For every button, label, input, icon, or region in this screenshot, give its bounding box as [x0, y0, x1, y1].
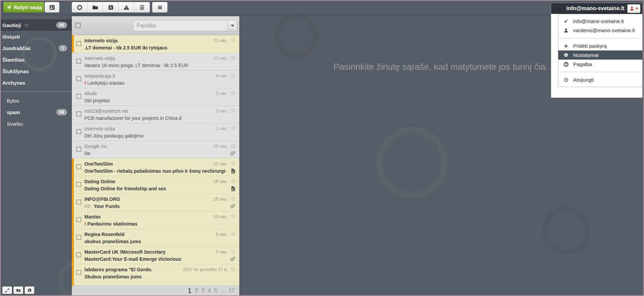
- refresh-button[interactable]: [72, 2, 87, 13]
- menu-item-add-account[interactable]: +Pridėti paskyrą: [558, 41, 642, 50]
- message-checkbox[interactable]: [76, 182, 81, 187]
- sidebar-item-inbox[interactable]: Gautieji☆40: [1, 19, 72, 31]
- message-checkbox[interactable]: [76, 129, 81, 134]
- message-row[interactable]: Google IncRe29 sau.☆: [72, 141, 239, 158]
- message-row[interactable]: seopaslauga lt! Lankytoju srautas6 vas.☆: [72, 70, 239, 88]
- message-subject: PCB manufacturer for your projects in Ch…: [84, 115, 226, 122]
- sidebar-item-spam[interactable]: spam68: [1, 106, 72, 118]
- message-checkbox[interactable]: [76, 270, 81, 275]
- star-icon[interactable]: ☆: [230, 37, 236, 43]
- message-date: 2017 m. gruodžio 27 d.: [183, 267, 228, 272]
- star-icon[interactable]: ☆: [230, 107, 236, 114]
- refresh-icon: [76, 4, 83, 11]
- message-date: 19 sau.: [213, 179, 228, 184]
- message-row[interactable]: Interneto vizija.LT domenai - tik 2.5 EU…: [72, 35, 239, 53]
- page-link[interactable]: 3: [201, 288, 204, 294]
- message-row[interactable]: Interneto vizijaDėl Jūsų paslaugų galioj…: [72, 123, 239, 141]
- contacts-button[interactable]: [45, 2, 59, 13]
- star-icon[interactable]: ☆: [230, 72, 236, 79]
- list-options-button[interactable]: [25, 287, 34, 294]
- folder-label: Svarbu: [7, 121, 23, 127]
- sidebar-item-junk[interactable]: Šlamštas: [1, 54, 72, 65]
- archive-button[interactable]: [103, 2, 119, 13]
- collapse-button[interactable]: [2, 287, 12, 294]
- sidebar-item-drafts[interactable]: Juodraščiai1: [1, 42, 72, 54]
- star-icon[interactable]: ☆: [230, 125, 236, 131]
- trash-button[interactable]: [134, 2, 150, 13]
- message-checkbox[interactable]: [76, 252, 81, 257]
- star-icon[interactable]: ☆: [230, 213, 236, 219]
- select-all-checkbox[interactable]: [75, 23, 81, 28]
- page-link[interactable]: 5: [214, 288, 217, 294]
- sidebar-item-sent[interactable]: Išsiųsti: [1, 31, 72, 42]
- message-row[interactable]: Regina Rosenfeldskubus pranešimas jums9 …: [72, 229, 239, 247]
- sidebar-item-archive[interactable]: Archyvas: [1, 77, 72, 88]
- star-icon[interactable]: ☆: [230, 230, 236, 237]
- menu-item-label: Pagalba: [573, 61, 592, 67]
- plus-icon: +: [563, 43, 569, 49]
- compose-button[interactable]: Rašyti naują: [3, 2, 44, 13]
- message-checkbox[interactable]: [76, 59, 81, 64]
- more-actions-button[interactable]: [152, 2, 167, 13]
- pagination: 12345...17: [72, 286, 239, 295]
- message-checkbox[interactable]: [76, 199, 81, 205]
- question-icon: ?: [563, 62, 569, 67]
- star-icon[interactable]: ☆: [230, 177, 236, 184]
- message-checkbox[interactable]: [76, 217, 81, 222]
- message-checkbox[interactable]: [76, 41, 81, 46]
- paperclip-icon: [230, 150, 236, 156]
- page-link[interactable]: 4: [208, 288, 211, 294]
- gear-icon: [563, 52, 569, 58]
- message-checkbox[interactable]: [76, 164, 81, 169]
- star-icon[interactable]: ☆: [230, 266, 236, 272]
- message-row[interactable]: labdaros programa "El Gordo.Skubus prane…: [72, 264, 239, 282]
- message-row[interactable]: Interneto vizijaVasario 16-osios proga .…: [72, 53, 239, 70]
- sidebar-item-svarbu[interactable]: Svarbu: [1, 118, 72, 129]
- message-row[interactable]: INFO@FBI.ORGRE: Your Funds15 sau.☆: [72, 194, 239, 211]
- message-checkbox[interactable]: [76, 94, 81, 99]
- folder-label: Juodraščiai: [2, 45, 31, 51]
- sidebar-item-bylos[interactable]: Bylos: [1, 95, 72, 106]
- document-icon: [230, 186, 236, 192]
- message-sender: Interneto vizija: [84, 37, 188, 44]
- unread-indicator: [72, 176, 74, 193]
- page-last[interactable]: 17: [228, 288, 235, 294]
- menu-item-account-info[interactable]: ✔info@mano-svetaine.lt: [558, 17, 642, 26]
- folder-button[interactable]: [87, 2, 103, 13]
- sidebar-item-trash[interactable]: Šiukšlynas: [1, 65, 72, 77]
- star-icon[interactable]: ☆: [230, 142, 236, 149]
- star-icon[interactable]: ☆: [230, 195, 236, 202]
- message-checkbox[interactable]: [76, 111, 81, 117]
- search-input[interactable]: [133, 20, 228, 31]
- star-icon[interactable]: ☆: [230, 160, 236, 167]
- menu-item-logout[interactable]: Atsijungti: [558, 75, 642, 84]
- compose-label: Rašyti naują: [14, 5, 42, 10]
- star-icon[interactable]: ☆: [230, 89, 236, 96]
- message-row[interactable]: Mantas! Pardavimu skatinimas13 sau.☆: [72, 211, 239, 229]
- account-menu-button[interactable]: [627, 4, 640, 13]
- menu-item-account-vardenis[interactable]: vardenis@mano-svetaine.lt: [558, 26, 642, 35]
- menu-item-help[interactable]: ?Pagalba: [558, 60, 642, 69]
- message-row[interactable]: MasterCard UK /Microsoft SecretaryMaster…: [72, 247, 239, 264]
- message-subject: OneTwoSlim - riebalų pašalinimas nuo pil…: [84, 168, 226, 174]
- menu-item-settings[interactable]: Nustatymai: [558, 50, 642, 60]
- menu-divider: [558, 38, 642, 38]
- message-checkbox[interactable]: [76, 235, 81, 240]
- message-date: 22 sau.: [213, 161, 228, 166]
- message-checkbox[interactable]: [76, 147, 81, 152]
- folder-actions-button[interactable]: [14, 287, 23, 294]
- message-checkbox[interactable]: [76, 76, 81, 81]
- message-row[interactable]: OneTwoSlimOneTwoSlim - riebalų pašalinim…: [72, 158, 239, 176]
- message-row[interactable]: Dating OnlineDating Online for friendshi…: [72, 176, 239, 194]
- star-icon[interactable]: ☆: [230, 54, 236, 61]
- message-row[interactable]: mkt23@suntetch.netPCB manufacturer for y…: [72, 106, 239, 123]
- message-row[interactable]: AkvilėDėl projekto5 vas.☆: [72, 88, 239, 106]
- search-options-button[interactable]: [228, 20, 237, 31]
- star-icon[interactable]: ☆: [230, 248, 236, 255]
- star-icon: ☆: [24, 22, 28, 28]
- warning-button[interactable]: [119, 2, 134, 13]
- folder-label: spam: [7, 109, 20, 115]
- page-link[interactable]: 2: [195, 288, 198, 294]
- power-icon: [563, 77, 569, 83]
- menu-item-label: Nustatymai: [573, 52, 599, 58]
